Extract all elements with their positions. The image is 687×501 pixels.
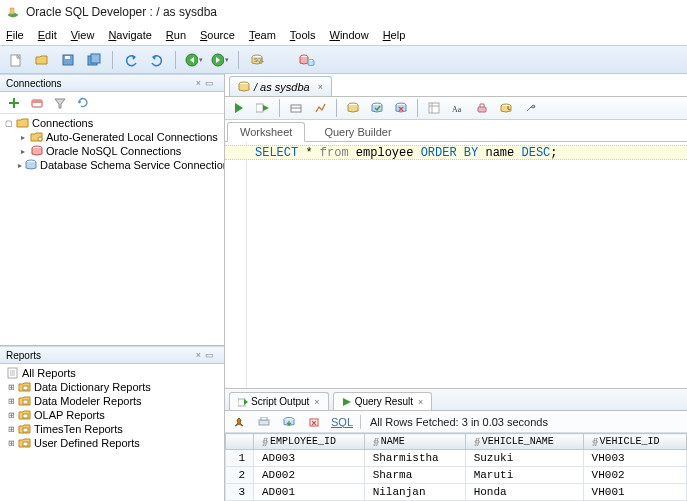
explain-plan-button[interactable] xyxy=(286,98,306,118)
svg-rect-34 xyxy=(259,420,269,425)
connection-item[interactable]: ▸Oracle NoSQL Connections xyxy=(16,144,222,158)
rollback-button[interactable] xyxy=(391,98,411,118)
db-status-button[interactable] xyxy=(297,50,317,70)
svg-rect-24 xyxy=(256,104,263,112)
connections-root[interactable]: ▢Connections xyxy=(2,116,222,130)
back-button[interactable]: ▾ xyxy=(184,50,204,70)
close-icon[interactable]: × xyxy=(318,82,323,92)
app-icon xyxy=(6,5,20,19)
format-button[interactable]: Aa xyxy=(448,98,468,118)
unshared-worksheet-button[interactable] xyxy=(424,98,444,118)
reports-panel: Reports × ▭ All Reports⊞Data Dictionary … xyxy=(0,346,224,501)
print-button[interactable] xyxy=(254,412,274,432)
query-result-icon xyxy=(342,397,352,407)
column-header[interactable]: ∯EMPLOYEE_ID xyxy=(254,434,365,450)
report-item[interactable]: ⊞Data Modeler Reports xyxy=(2,394,222,408)
connection-item[interactable]: ▸Database Schema Service Connections xyxy=(16,158,222,172)
delete-result-button[interactable] xyxy=(304,412,324,432)
svg-rect-29 xyxy=(429,103,439,113)
table-row[interactable]: 2AD002SharmaMarutiVH002 xyxy=(226,467,687,484)
svg-rect-3 xyxy=(65,56,70,59)
sql-worksheet-button[interactable]: SQL xyxy=(247,50,267,70)
reports-root[interactable]: All Reports xyxy=(2,366,222,380)
column-header[interactable]: ∯NAME xyxy=(364,434,465,450)
menu-navigate[interactable]: Navigate xyxy=(108,29,151,41)
panel-minimize-icon[interactable]: ▭ xyxy=(205,78,214,88)
svg-rect-21 xyxy=(23,428,28,432)
sql-tuning-button[interactable] xyxy=(343,98,363,118)
results-pane: Script Output × Query Result × SQL xyxy=(225,388,687,501)
table-row[interactable]: 3AD001NilanjanHondaVH001 xyxy=(226,484,687,501)
app-title: Oracle SQL Developer : / as sysdba xyxy=(26,5,217,19)
run-script-button[interactable] xyxy=(253,98,273,118)
history-button[interactable] xyxy=(496,98,516,118)
panel-pin-icon[interactable]: × xyxy=(196,78,201,88)
connection-item[interactable]: ▸Auto-Generated Local Connections xyxy=(16,130,222,144)
svg-rect-5 xyxy=(91,54,100,63)
menu-window[interactable]: Window xyxy=(329,29,368,41)
results-table[interactable]: ∯EMPLOYEE_ID∯NAME∯VEHICLE_NAME∯VEHICLE_I… xyxy=(225,433,687,501)
svg-text:SQL: SQL xyxy=(254,57,264,63)
export-button[interactable] xyxy=(279,412,299,432)
clear-button[interactable] xyxy=(472,98,492,118)
table-row[interactable]: 1AD003SharmisthaSuzukiVH003 xyxy=(226,450,687,467)
connection-red-button[interactable] xyxy=(27,93,47,113)
tab-query-builder[interactable]: Query Builder xyxy=(311,122,404,141)
save-button[interactable] xyxy=(58,50,78,70)
left-column: Connections × ▭ ▢Connections▸Auto-Genera… xyxy=(0,74,225,501)
open-button[interactable] xyxy=(32,50,52,70)
filter-button[interactable] xyxy=(50,93,70,113)
tab-query-result[interactable]: Query Result × xyxy=(333,392,433,410)
panel-minimize-icon[interactable]: ▭ xyxy=(205,350,214,360)
svg-rect-31 xyxy=(478,107,486,112)
svg-rect-0 xyxy=(10,8,14,14)
titlebar: Oracle SQL Developer : / as sysdba xyxy=(0,0,687,24)
report-item[interactable]: ⊞Data Dictionary Reports xyxy=(2,380,222,394)
new-button[interactable] xyxy=(6,50,26,70)
column-header[interactable]: ∯VEHICLE_NAME xyxy=(465,434,583,450)
report-item[interactable]: ⊞User Defined Reports xyxy=(2,436,222,450)
wrench-button[interactable] xyxy=(520,98,540,118)
menubar: FileEditViewNavigateRunSourceTeamToolsWi… xyxy=(0,24,687,46)
panel-pin-icon[interactable]: × xyxy=(196,350,201,360)
undo-button[interactable] xyxy=(121,50,141,70)
save-all-button[interactable] xyxy=(84,50,104,70)
autotrace-button[interactable] xyxy=(310,98,330,118)
menu-source[interactable]: Source xyxy=(200,29,235,41)
connections-panel-title: Connections xyxy=(6,78,196,89)
refresh-button[interactable] xyxy=(73,93,93,113)
run-statement-button[interactable] xyxy=(229,98,249,118)
close-icon[interactable]: × xyxy=(314,397,319,407)
main-toolbar: ▾ ▾ SQL xyxy=(0,46,687,74)
menu-tools[interactable]: Tools xyxy=(290,29,316,41)
pin-result-button[interactable] xyxy=(229,412,249,432)
menu-view[interactable]: View xyxy=(71,29,95,41)
editor-toolbar: Aa xyxy=(225,96,687,120)
new-connection-button[interactable] xyxy=(4,93,24,113)
svg-rect-18 xyxy=(23,386,28,390)
svg-rect-35 xyxy=(261,417,267,420)
report-item[interactable]: ⊞TimesTen Reports xyxy=(2,422,222,436)
sql-link[interactable]: SQL xyxy=(331,416,353,428)
menu-edit[interactable]: Edit xyxy=(38,29,57,41)
svg-rect-19 xyxy=(23,400,28,404)
code-editor[interactable]: SELECT * from employee ORDER BY name DES… xyxy=(225,142,687,388)
right-column: / as sysdba × Aa Worksheet Query Builder xyxy=(225,74,687,501)
forward-button[interactable]: ▾ xyxy=(210,50,230,70)
menu-team[interactable]: Team xyxy=(249,29,276,41)
redo-button[interactable] xyxy=(147,50,167,70)
menu-run[interactable]: Run xyxy=(166,29,186,41)
commit-button[interactable] xyxy=(367,98,387,118)
menu-help[interactable]: Help xyxy=(383,29,406,41)
menu-file[interactable]: File xyxy=(6,29,24,41)
sql-tab-icon xyxy=(238,81,250,93)
column-header[interactable]: ∯VEHICLE_ID xyxy=(583,434,686,450)
close-icon[interactable]: × xyxy=(418,397,423,407)
tab-worksheet[interactable]: Worksheet xyxy=(227,122,305,142)
editor-tab[interactable]: / as sysdba × xyxy=(229,76,332,96)
editor-tab-label: / as sysdba xyxy=(254,81,310,93)
reports-panel-title: Reports xyxy=(6,350,196,361)
report-item[interactable]: ⊞OLAP Reports xyxy=(2,408,222,422)
svg-rect-33 xyxy=(238,399,245,406)
tab-script-output[interactable]: Script Output × xyxy=(229,392,329,410)
